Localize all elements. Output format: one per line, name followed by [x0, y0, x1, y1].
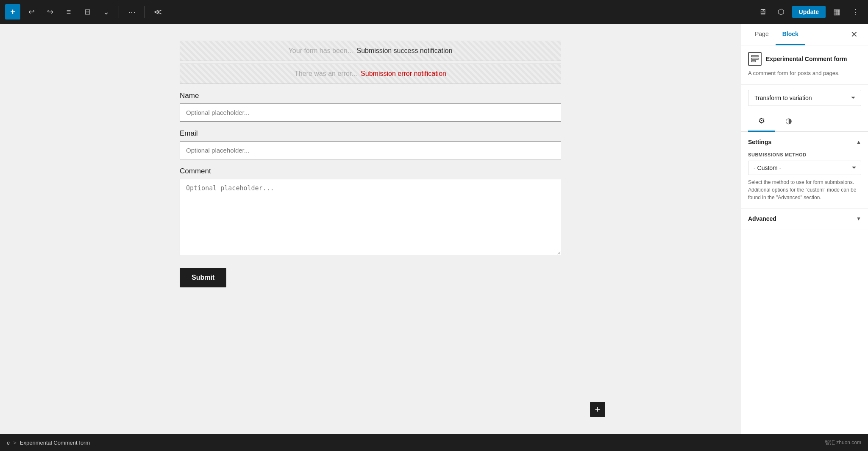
error-text: Submission error notification: [361, 70, 446, 77]
canvas-area: Your form has been... Submission success…: [0, 24, 741, 451]
settings-icon: ⚙: [758, 117, 765, 125]
name-input[interactable]: [180, 103, 561, 122]
view-toggle-button[interactable]: 🖥: [755, 4, 770, 19]
update-button[interactable]: Update: [792, 6, 826, 18]
sidebar-block-info: Experimental Comment form A comment form…: [741, 45, 868, 85]
svg-rect-2: [751, 61, 756, 62]
breadcrumb-parent: e: [7, 440, 10, 446]
success-notification: Your form has been... Submission success…: [180, 41, 561, 61]
name-label: Name: [180, 92, 561, 100]
comment-field-group: Comment: [180, 167, 561, 257]
success-prefix: Your form has been...: [289, 47, 353, 54]
dropdown-button[interactable]: ⌄: [98, 4, 114, 19]
advanced-section-header[interactable]: Advanced ▼: [741, 209, 868, 229]
toolbar-separator-1: [119, 6, 119, 18]
breadcrumb-watermark: 智汇 zhuon.com: [825, 439, 861, 446]
more-button[interactable]: ⋯: [124, 4, 139, 19]
sidebar-toggle-button[interactable]: ▦: [829, 4, 844, 19]
main-layout: Your form has been... Submission success…: [0, 24, 868, 451]
transform-dropdown[interactable]: Transform to variation: [748, 90, 861, 106]
sidebar-tabs: Page Block ✕: [741, 24, 868, 45]
settings-section-title: Settings: [748, 139, 771, 145]
advanced-section: Advanced ▼: [741, 209, 868, 229]
settings-chevron-icon: ▲: [856, 139, 861, 145]
undo-button[interactable]: ↩: [24, 4, 39, 19]
add-block-canvas-button[interactable]: +: [590, 402, 605, 417]
svg-rect-1: [751, 58, 758, 59]
align-button[interactable]: ≡: [61, 4, 76, 19]
submissions-method-select[interactable]: - Custom - Default Email Database: [748, 161, 861, 175]
styles-icon: ◑: [785, 117, 792, 125]
settings-section-header[interactable]: Settings ▲: [741, 132, 868, 152]
block-title: Experimental Comment form: [766, 56, 847, 62]
settings-section-content: SUBMISSIONS METHOD - Custom - Default Em…: [741, 152, 868, 208]
advanced-title: Advanced: [748, 215, 776, 222]
view-button[interactable]: ⊟: [80, 4, 95, 19]
collapse-button[interactable]: ≪: [150, 4, 165, 19]
submissions-method-label: SUBMISSIONS METHOD: [748, 152, 861, 157]
advanced-chevron-icon: ▼: [856, 216, 861, 222]
sidebar-tab-page[interactable]: Page: [748, 24, 776, 45]
sidebar-tab-block[interactable]: Block: [776, 24, 805, 45]
email-field-group: Email: [180, 129, 561, 159]
sidebar-icon-tab-settings[interactable]: ⚙: [748, 111, 775, 132]
redo-button[interactable]: ↪: [42, 4, 58, 19]
toolbar-separator-2: [145, 6, 145, 18]
comment-textarea[interactable]: [180, 179, 561, 255]
email-label: Email: [180, 129, 561, 138]
sidebar-icon-tabs: ⚙ ◑: [741, 111, 868, 132]
settings-section: Settings ▲ SUBMISSIONS METHOD - Custom -…: [741, 132, 868, 209]
breadcrumb-current: Experimental Comment form: [20, 440, 90, 446]
add-block-button[interactable]: +: [5, 4, 20, 19]
success-text: Submission success notification: [356, 47, 452, 54]
comment-label: Comment: [180, 167, 561, 175]
error-notification: There was an error... Submission error n…: [180, 64, 561, 84]
sidebar-close-button[interactable]: ✕: [847, 24, 861, 45]
breadcrumb-separator: >: [13, 440, 17, 446]
share-button[interactable]: ⬡: [773, 4, 789, 19]
block-icon: [748, 52, 762, 66]
toolbar: + ↩ ↪ ≡ ⊟ ⌄ ⋯ ≪ 🖥 ⬡ Update ▦ ⋮: [0, 0, 868, 24]
submissions-hint: Select the method to use for form submis…: [748, 178, 861, 201]
options-button[interactable]: ⋮: [848, 4, 863, 19]
name-field-group: Name: [180, 92, 561, 122]
error-prefix: There was an error...: [295, 70, 357, 77]
email-input[interactable]: [180, 141, 561, 159]
form-wrapper: Your form has been... Submission success…: [180, 41, 561, 287]
sidebar: Page Block ✕ Experimental Comment form A…: [741, 24, 868, 451]
svg-rect-0: [751, 56, 758, 57]
breadcrumb: e > Experimental Comment form 智汇 zhuon.c…: [0, 434, 868, 451]
block-header: Experimental Comment form: [748, 52, 861, 66]
sidebar-icon-tab-styles[interactable]: ◑: [775, 111, 802, 132]
block-description: A comment form for posts and pages.: [748, 69, 861, 78]
submit-button[interactable]: Submit: [180, 268, 226, 287]
